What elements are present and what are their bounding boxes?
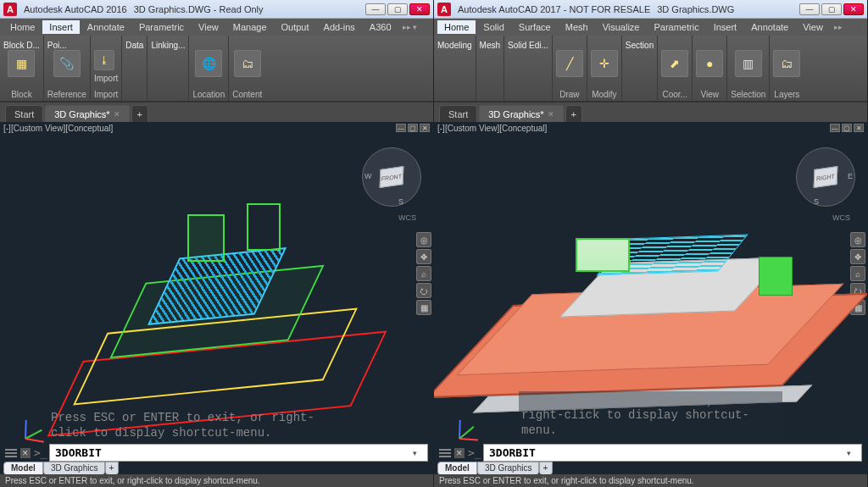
navwheel-icon[interactable]: ◎ (416, 232, 431, 247)
tab-a360[interactable]: A360 (363, 20, 398, 34)
maximize-button[interactable]: ▢ (821, 3, 842, 15)
vp-restore-icon[interactable]: ▢ (842, 124, 852, 132)
tab-parametric[interactable]: Parametric (132, 20, 191, 34)
command-line[interactable]: ✕ >_ ▾ (439, 444, 862, 462)
tab-addins[interactable]: Add-ins (317, 20, 362, 34)
tab-output[interactable]: Output (275, 20, 316, 34)
dropdown-section[interactable]: Section (626, 41, 654, 50)
tabs-overflow-icon[interactable]: ▸▸ ▾ (403, 23, 418, 31)
vp-minimize-icon[interactable]: — (830, 124, 840, 132)
tab-new-button[interactable]: + (131, 105, 148, 122)
minimize-button[interactable]: — (799, 3, 820, 15)
tab-annotate[interactable]: Annotate (744, 20, 795, 34)
cmd-drag-handle-icon[interactable] (5, 449, 17, 457)
minimize-button[interactable]: — (365, 3, 386, 15)
titlebar[interactable]: A Autodesk AutoCAD 2017 - NOT FOR RESALE… (434, 0, 867, 19)
cmd-drag-handle-icon[interactable] (439, 449, 451, 457)
cmd-history-dropdown-icon[interactable]: ▾ (847, 449, 857, 457)
viewport-label[interactable]: [-][Custom View][Conceptual] (3, 124, 113, 133)
pan-icon[interactable]: ✥ (850, 249, 865, 264)
tab-solid[interactable]: Solid (476, 20, 510, 34)
dropdown-data[interactable]: Data (125, 41, 143, 50)
tab-start[interactable]: Start (5, 105, 43, 122)
orbit-icon[interactable]: ⭮ (416, 283, 431, 298)
viewcube-face[interactable]: FRONT (380, 166, 404, 188)
titlebar[interactable]: A Autodesk AutoCAD 2016 3D Graphics.DWG … (0, 0, 433, 19)
dropdown-poi[interactable]: Poi... (47, 41, 67, 50)
content-icon[interactable]: 🗂 (234, 50, 261, 77)
dropdown-mesh[interactable]: Mesh (480, 41, 500, 50)
command-input[interactable] (483, 444, 862, 462)
line-draw-icon[interactable]: ╱ (556, 50, 583, 77)
layout-tab-model[interactable]: Model (437, 462, 477, 475)
viewport-label[interactable]: [-][Custom View][Conceptual] (437, 124, 547, 133)
vp-close-icon[interactable]: ✕ (420, 124, 430, 132)
tab-view[interactable]: View (796, 20, 830, 34)
tab-close-icon[interactable]: ✕ (114, 110, 120, 119)
dropdown-linking[interactable]: Linking... (151, 41, 185, 50)
reference-icon[interactable]: 📎 (53, 50, 81, 77)
navwheel-icon[interactable]: ◎ (850, 232, 865, 247)
layers-icon[interactable]: 🗂 (773, 50, 800, 77)
tab-view[interactable]: View (192, 20, 225, 34)
ucs-icon[interactable] (8, 411, 42, 445)
tabs-overflow-icon[interactable]: ▸▸ (834, 23, 843, 31)
viewcube[interactable]: E S RIGHT (796, 147, 855, 207)
app-logo-icon[interactable]: A (437, 3, 451, 16)
dropdown-block-d[interactable]: Block D... (3, 41, 40, 50)
tab-mesh[interactable]: Mesh (559, 20, 595, 34)
maximize-button[interactable]: ▢ (387, 3, 408, 15)
tab-close-icon[interactable]: ✕ (548, 110, 554, 119)
ucs-icon[interactable] (442, 411, 476, 445)
wcs-label: WCS (832, 213, 850, 222)
location-icon[interactable]: 🌐 (195, 50, 222, 77)
tab-insert[interactable]: Insert (707, 20, 744, 34)
dropdown-modeling[interactable]: Modeling (437, 41, 472, 50)
vp-close-icon[interactable]: ✕ (854, 124, 864, 132)
tab-file-3dgraphics[interactable]: 3D Graphics* ✕ (479, 105, 563, 122)
block-insert-icon[interactable]: ▦ (8, 50, 35, 77)
tab-file-3dgraphics[interactable]: 3D Graphics* ✕ (45, 105, 129, 122)
close-button[interactable]: ✕ (843, 3, 864, 15)
cmd-history-dropdown-icon[interactable]: ▾ (413, 449, 423, 457)
showmotion-icon[interactable]: ▦ (416, 300, 431, 315)
move-gizmo-icon[interactable]: ✛ (591, 50, 618, 77)
layout-tab-model[interactable]: Model (3, 462, 43, 475)
tab-visualize[interactable]: Visualize (596, 20, 647, 34)
viewcube-face[interactable]: RIGHT (814, 166, 838, 188)
import-icon[interactable]: ⭳ (94, 50, 114, 70)
view-sphere-icon[interactable]: ● (696, 50, 723, 77)
tab-start[interactable]: Start (439, 105, 477, 122)
layout-tab-add[interactable]: + (539, 462, 553, 475)
tab-new-button[interactable]: + (565, 105, 582, 122)
dropdown-solid-edit[interactable]: Solid Edi... (508, 41, 548, 50)
pan-icon[interactable]: ✥ (416, 249, 431, 264)
tab-home[interactable]: Home (437, 20, 476, 34)
tab-annotate[interactable]: Annotate (81, 20, 131, 34)
command-line[interactable]: ✕ >_ ▾ (5, 444, 428, 462)
cmd-close-icon[interactable]: ✕ (20, 448, 31, 458)
layout-tabs: Model 3D Graphics + (3, 462, 119, 475)
ribbon-group-block: Block D... ▦ Block (0, 36, 44, 101)
zoom-icon[interactable]: ⌕ (416, 266, 431, 281)
tab-surface[interactable]: Surface (512, 20, 558, 34)
layout-tab-3dgraphics[interactable]: 3D Graphics (477, 462, 540, 475)
viewport[interactable]: [-][Custom View][Conceptual] — ▢ ✕ E S R… (434, 122, 867, 487)
close-button[interactable]: ✕ (409, 3, 430, 15)
zoom-icon[interactable]: ⌕ (850, 266, 865, 281)
vp-restore-icon[interactable]: ▢ (408, 124, 418, 132)
tab-parametric[interactable]: Parametric (647, 20, 705, 34)
command-input[interactable] (49, 444, 428, 462)
ucs-icon[interactable]: ⬈ (661, 50, 688, 77)
cmd-close-icon[interactable]: ✕ (454, 448, 465, 458)
selection-filter-icon[interactable]: ▥ (735, 50, 762, 77)
layout-tab-3dgraphics[interactable]: 3D Graphics (43, 462, 106, 475)
tab-home[interactable]: Home (3, 20, 42, 34)
layout-tab-add[interactable]: + (105, 462, 119, 475)
vp-minimize-icon[interactable]: — (396, 124, 406, 132)
app-logo-icon[interactable]: A (3, 3, 17, 16)
tab-insert[interactable]: Insert (42, 20, 80, 34)
tab-manage[interactable]: Manage (226, 20, 274, 34)
pane-autocad-2016: A Autodesk AutoCAD 2016 3D Graphics.DWG … (0, 0, 434, 487)
viewport[interactable]: [-][Custom View][Conceptual] — ▢ ✕ W S F… (0, 122, 433, 487)
